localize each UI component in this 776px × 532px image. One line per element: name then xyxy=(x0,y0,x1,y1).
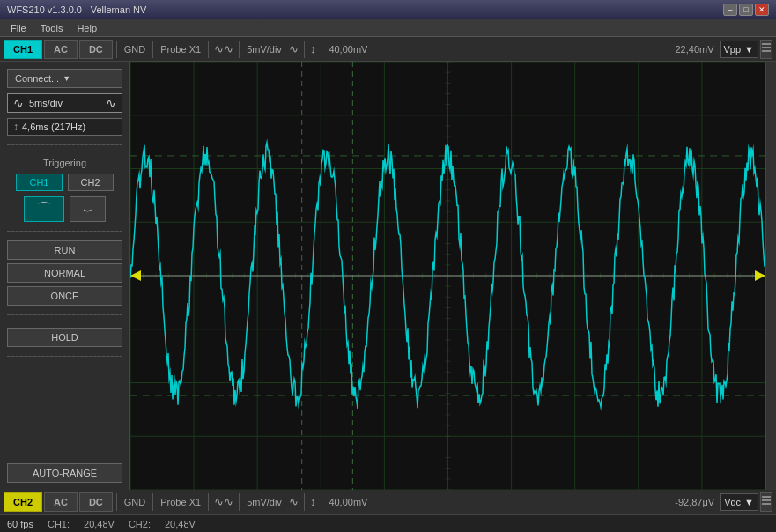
separator2 xyxy=(152,41,153,58)
separator xyxy=(116,41,117,58)
ch1-button[interactable]: CH1 xyxy=(4,40,42,59)
separator3 xyxy=(208,41,209,58)
ch2-sine-icon: ∿ xyxy=(287,495,300,508)
separator4 xyxy=(239,41,240,58)
once-button[interactable]: ONCE xyxy=(7,286,122,306)
ch2-offset: 40,00mV xyxy=(325,497,371,507)
run-button[interactable]: RUN xyxy=(7,240,122,260)
ch1-measure-type: Vpp xyxy=(724,44,742,55)
ch2-sep3 xyxy=(208,493,209,511)
trig-ch1-button[interactable]: CH1 xyxy=(16,174,62,191)
connect-button[interactable]: Connect... xyxy=(7,69,122,88)
separator6 xyxy=(321,41,321,58)
ch2-sep4 xyxy=(239,493,240,511)
ch1-measure-dropdown[interactable]: Vpp ▼ xyxy=(720,41,758,58)
ch1-settings-icon[interactable] xyxy=(760,40,772,59)
ch2-status-label: CH2: xyxy=(129,519,151,529)
hold-button[interactable]: HOLD xyxy=(7,328,122,347)
ch2-ac-button[interactable]: AC xyxy=(44,492,78,512)
tools-menu[interactable]: Tools xyxy=(33,21,70,35)
normal-button[interactable]: NORMAL xyxy=(7,263,122,283)
freq-row: ↕ 4,6ms (217Hz) xyxy=(7,118,122,136)
ch1-status-label: CH1: xyxy=(48,519,70,529)
divider3 xyxy=(7,314,122,315)
ch2-sep1 xyxy=(116,493,117,511)
ch1-offset: 40,00mV xyxy=(325,44,371,55)
ch1-toolbar: CH1 AC DC GND Probe X1 ∿∿ 5mV/div ∿ ↕ 40… xyxy=(0,37,776,62)
time-div-value: 5ms/div xyxy=(29,98,100,108)
separator5 xyxy=(304,41,305,58)
run-buttons: RUN NORMAL ONCE xyxy=(7,240,122,306)
wave-shape-btn[interactable]: ∿ xyxy=(106,96,116,110)
ch2-dc-button[interactable]: DC xyxy=(79,492,113,512)
freq-icon: ↕ xyxy=(13,121,18,133)
fall-slope-button[interactable]: ⌣ xyxy=(70,196,106,222)
triggering-label: Triggering xyxy=(7,158,122,168)
window-controls: – □ ✕ xyxy=(723,4,769,16)
ch1-dc-button[interactable]: DC xyxy=(79,40,113,59)
divider4 xyxy=(7,356,122,357)
app-title: WFS210 v1.3.0.0 - Velleman NV xyxy=(7,4,146,15)
ch2-coupling-icon: ↕ xyxy=(308,495,318,508)
scope-display xyxy=(130,62,765,490)
menu-bar: File Tools Help xyxy=(0,19,776,37)
ch2-sep5 xyxy=(304,493,305,511)
close-button[interactable]: ✕ xyxy=(755,4,769,16)
title-bar: WFS210 v1.3.0.0 - Velleman NV – □ ✕ xyxy=(0,0,776,19)
ch1-gnd-label: GND xyxy=(121,44,149,55)
ch2-button[interactable]: CH2 xyxy=(4,492,42,512)
file-menu[interactable]: File xyxy=(4,21,33,35)
sidebar: Connect... ∿ 5ms/div ∿ ↕ 4,6ms (217Hz) T… xyxy=(0,62,130,490)
ch2-volt-div: 5mV/div xyxy=(243,497,285,507)
ch1-ac-button[interactable]: AC xyxy=(44,40,78,59)
fps-display: 60 fps xyxy=(7,519,33,529)
ch1-status-value: 20,48V xyxy=(84,519,115,529)
minimize-button[interactable]: – xyxy=(723,4,737,16)
ch2-measure-value: -92,87μV xyxy=(671,497,718,507)
ch1-measure-value: 22,40mV xyxy=(672,44,718,55)
ch2-probe-label: Probe X1 xyxy=(157,497,204,507)
ch2-gnd-label: GND xyxy=(121,497,149,507)
ch2-sep2 xyxy=(152,493,153,511)
scope-canvas xyxy=(130,62,765,490)
ch2-status-value: 20,48V xyxy=(165,519,196,529)
divider1 xyxy=(7,144,122,145)
ch2-measure-dropdown[interactable]: Vdc ▼ xyxy=(720,493,758,511)
status-bar: 60 fps CH1: 20,48V CH2: 20,48V xyxy=(0,514,776,532)
ch2-measure-type: Vdc xyxy=(724,497,741,507)
slope-buttons: ⌒ ⌣ xyxy=(7,196,122,222)
ch1-volt-div: 5mV/div xyxy=(243,44,285,55)
ch1-coupling-icon: ↕ xyxy=(308,42,318,55)
main-area: Connect... ∿ 5ms/div ∿ ↕ 4,6ms (217Hz) T… xyxy=(0,62,776,490)
ch1-wave-icon: ∿∿ xyxy=(212,42,235,55)
time-div-row: ∿ 5ms/div ∿ xyxy=(7,93,122,113)
trigger-channel-buttons: CH1 CH2 xyxy=(7,174,122,191)
ch2-toolbar: CH2 AC DC GND Probe X1 ∿∿ 5mV/div ∿ ↕ 40… xyxy=(0,490,776,514)
help-menu[interactable]: Help xyxy=(70,21,104,35)
trig-ch2-button[interactable]: CH2 xyxy=(68,174,114,191)
freq-value: 4,6ms (217Hz) xyxy=(22,122,85,132)
ch1-sine-icon: ∿ xyxy=(287,42,300,55)
rise-slope-button[interactable]: ⌒ xyxy=(24,196,64,222)
ch1-dropdown-arrow: ▼ xyxy=(744,44,754,55)
ch2-wave-icon: ∿∿ xyxy=(212,495,235,508)
time-div-icon: ∿ xyxy=(13,96,24,110)
divider2 xyxy=(7,231,122,232)
scope-scrollbar[interactable] xyxy=(765,62,776,490)
ch2-sep6 xyxy=(321,493,321,511)
ch1-probe-label: Probe X1 xyxy=(157,44,204,55)
ch2-settings-icon[interactable] xyxy=(760,492,772,512)
ch2-dropdown-arrow: ▼ xyxy=(744,497,754,507)
maximize-button[interactable]: □ xyxy=(739,4,753,16)
auto-range-button[interactable]: AUTO-RANGE xyxy=(7,463,122,483)
